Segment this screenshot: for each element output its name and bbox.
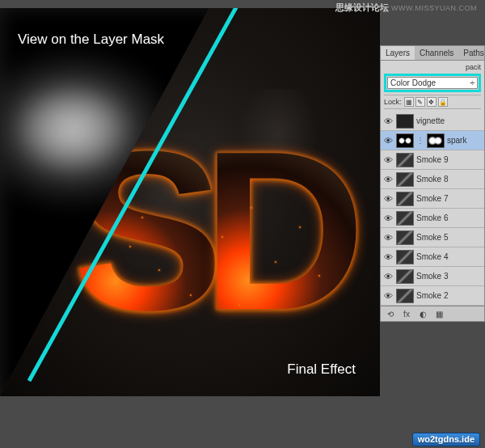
layer-row[interactable]: 👁Smoke 9 (381, 150, 484, 170)
layer-thumbnail[interactable] (396, 192, 414, 206)
layer-thumbnail[interactable] (396, 230, 414, 245)
dropdown-icon: ÷ (470, 78, 475, 87)
layer-name-label[interactable]: Smoke 2 (416, 291, 483, 300)
link-layers-icon[interactable]: ⟲ (385, 309, 396, 319)
layer-name-label[interactable]: Smoke 3 (416, 272, 483, 281)
tab-channels[interactable]: Channels (415, 46, 458, 60)
tab-paths[interactable]: Paths (458, 46, 485, 60)
layer-row[interactable]: 👁Smoke 8 (381, 170, 484, 189)
panel-footer: ⟲ fx ◐ ▦ (381, 306, 484, 321)
blend-mode-value: Color Dodge (390, 78, 436, 87)
layer-thumbnail[interactable] (396, 114, 414, 129)
visibility-eye-icon[interactable]: 👁 (382, 271, 394, 282)
watermark-en: WWW.MISSYUAN.COM (391, 4, 477, 12)
layer-thumbnail[interactable] (396, 250, 414, 264)
layer-row[interactable]: 👁Smoke 4 (381, 247, 484, 267)
visibility-eye-icon[interactable]: 👁 (382, 154, 394, 166)
layer-thumbnail[interactable] (396, 211, 414, 226)
layer-name-label[interactable]: Smoke 4 (416, 252, 483, 261)
layer-name-label[interactable]: Smoke 8 (416, 175, 483, 184)
visibility-eye-icon[interactable]: 👁 (382, 232, 394, 243)
layer-row[interactable]: 👁Smoke 6 (381, 209, 484, 228)
visibility-eye-icon[interactable]: 👁 (382, 251, 394, 263)
watermark-cn: 思缘设计论坛 (335, 2, 389, 12)
layer-row[interactable]: 👁Smoke 5 (381, 228, 484, 247)
layer-thumbnail[interactable] (396, 172, 414, 187)
caption-mask-view: View on the Layer Mask (18, 32, 164, 46)
lock-transparency-icon[interactable]: ▦ (404, 97, 414, 107)
layer-name-label[interactable]: Smoke 6 (416, 213, 483, 222)
layer-name-label[interactable]: Smoke 9 (416, 155, 483, 164)
layer-thumbnail[interactable] (396, 289, 414, 303)
layer-thumbnail[interactable] (396, 153, 414, 167)
layer-row[interactable]: 👁vignette (381, 112, 484, 131)
panel-tabs: Layers Channels Paths (381, 46, 484, 61)
layer-row[interactable]: 👁Smoke 7 (381, 189, 484, 209)
lock-row: Lock: ▦ ✎ ✥ 🔒 (384, 95, 481, 109)
visibility-eye-icon[interactable]: 👁 (382, 213, 394, 224)
bottom-watermark: wo2tgdns.ide (412, 433, 480, 446)
letter-d-glow: D (202, 117, 357, 344)
layer-name-label[interactable]: spark (447, 136, 483, 145)
letter-d: D (202, 104, 357, 357)
layer-row[interactable]: 👁Smoke 3 (381, 267, 484, 286)
mask-thumbnail[interactable] (427, 133, 445, 148)
mask-icon[interactable]: ◐ (417, 309, 428, 319)
layer-thumbnail[interactable] (396, 133, 414, 148)
document-canvas: S S D D View on the Layer Mask Final Eff… (0, 8, 380, 396)
panel-controls: pacit Color Dodge ÷ Lock: ▦ ✎ ✥ 🔒 (381, 61, 484, 112)
blend-mode-highlight: Color Dodge ÷ (384, 74, 481, 92)
lock-position-icon[interactable]: ✥ (427, 97, 436, 107)
lock-all-icon[interactable]: 🔒 (438, 97, 448, 107)
blend-mode-dropdown[interactable]: Color Dodge ÷ (387, 77, 478, 89)
opacity-label-fragment: pacit (466, 63, 481, 71)
layer-name-label[interactable]: Smoke 5 (416, 233, 483, 242)
layer-row[interactable]: 👁Smoke 2 (381, 286, 484, 306)
lock-label: Lock: (384, 98, 402, 106)
visibility-eye-icon[interactable]: 👁 (382, 174, 394, 185)
visibility-eye-icon[interactable]: 👁 (382, 116, 394, 127)
source-watermark: 思缘设计论坛 WWW.MISSYUAN.COM (335, 3, 477, 12)
sparks-overlay (105, 129, 348, 323)
layer-name-label[interactable]: Smoke 7 (416, 194, 483, 203)
visibility-eye-icon[interactable]: 👁 (382, 193, 394, 205)
layers-panel: Layers Channels Paths pacit Color Dodge … (380, 45, 485, 322)
visibility-eye-icon[interactable]: 👁 (382, 135, 394, 146)
mask-link-icon[interactable]: ⋮ (416, 136, 424, 145)
lock-pixels-icon[interactable]: ✎ (415, 97, 425, 107)
visibility-eye-icon[interactable]: 👁 (382, 290, 394, 302)
tab-layers[interactable]: Layers (381, 46, 415, 60)
opacity-row: pacit (384, 63, 481, 71)
adjustment-icon[interactable]: ▦ (433, 309, 445, 319)
fx-icon[interactable]: fx (401, 309, 412, 319)
layer-thumbnail[interactable] (396, 269, 414, 284)
layer-row[interactable]: 👁⋮spark (381, 131, 484, 150)
caption-final-effect: Final Effect (287, 362, 356, 376)
layer-list: 👁vignette👁⋮spark👁Smoke 9👁Smoke 8👁Smoke 7… (381, 112, 484, 306)
layer-name-label[interactable]: vignette (416, 116, 483, 125)
